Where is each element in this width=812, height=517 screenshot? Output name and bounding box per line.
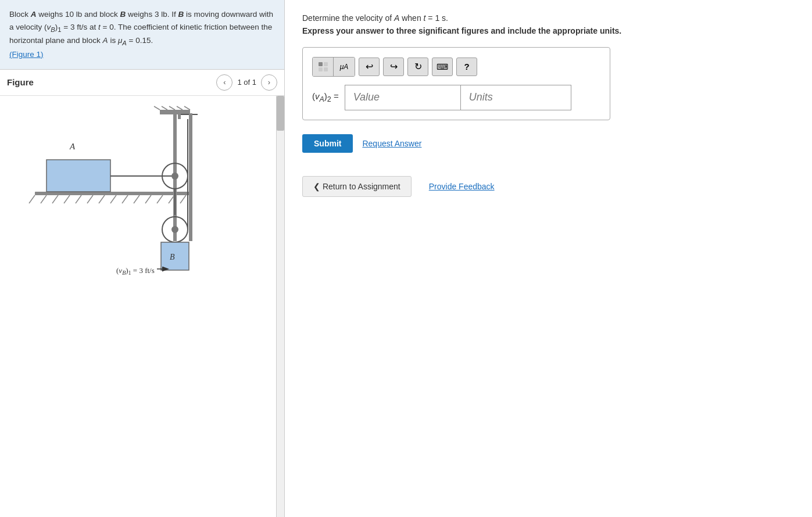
request-answer-button[interactable]: Request Answer [362,139,421,148]
figure-page-indicator: 1 of 1 [237,78,256,87]
svg-line-4 [64,195,70,203]
figure-title: Figure [7,77,212,87]
keyboard-button[interactable]: ⌨ [432,58,453,76]
answer-box: μA ↩ ↪ ↻ ⌨ ? (vA)2 = [302,47,610,120]
figure-canvas: A [0,96,284,517]
svg-rect-15 [46,160,110,192]
svg-line-10 [134,195,139,203]
question-line2: Express your answer to three significant… [302,24,795,37]
problem-text-box: Block A weighs 10 lb and block B weighs … [0,0,284,70]
svg-rect-40 [324,62,328,66]
svg-rect-39 [319,62,323,66]
svg-line-1 [29,195,35,203]
svg-rect-32 [178,110,181,119]
figure-next-button[interactable]: › [261,74,277,91]
figure-link[interactable]: (Figure 1) [9,50,44,59]
svg-line-21 [162,106,167,110]
right-panel: Determine the velocity of A when t = 1 s… [285,0,812,517]
figure-section: Figure ‹ 1 of 1 › [0,70,284,517]
svg-line-12 [157,195,163,203]
help-button[interactable]: ? [456,58,477,76]
svg-rect-19 [160,110,190,114]
answer-input-row: (vA)2 = [312,85,600,110]
svg-line-22 [169,106,175,110]
svg-line-5 [76,195,81,203]
matrix-icon [318,62,328,72]
svg-rect-42 [324,67,328,71]
value-input[interactable] [345,85,461,110]
format-button-group: μA [312,57,355,77]
svg-rect-33 [161,242,189,270]
svg-point-29 [171,226,178,233]
problem-text: Block A weighs 10 lb and block B weighs … [9,10,273,45]
undo-button[interactable]: ↩ [359,58,380,76]
matrix-button[interactable] [313,58,334,76]
svg-line-20 [154,106,160,110]
svg-rect-34 [189,113,192,241]
left-panel: Block A weighs 10 lb and block B weighs … [0,0,285,517]
svg-line-2 [41,195,46,203]
question-line1: Determine the velocity of A when t = 1 s… [302,12,795,24]
redo-button[interactable]: ↪ [383,58,404,76]
answer-toolbar: μA ↩ ↪ ↻ ⌨ ? [312,57,600,77]
action-row: Submit Request Answer [302,134,795,153]
refresh-button[interactable]: ↻ [407,58,428,76]
figure-scrollbar-thumb[interactable] [277,96,284,131]
svg-line-9 [122,195,128,203]
svg-point-26 [171,173,178,179]
svg-text:B: B [170,253,175,261]
submit-button[interactable]: Submit [302,134,353,153]
svg-rect-35 [189,235,192,241]
svg-line-6 [87,195,93,203]
svg-line-14 [180,195,186,203]
figure-svg: A [17,102,267,282]
svg-line-3 [52,195,58,203]
svg-line-11 [145,195,151,203]
svg-text:A: A [69,142,76,151]
svg-rect-0 [35,192,192,195]
question-text: Determine the velocity of A when t = 1 s… [302,12,795,38]
svg-line-23 [177,106,183,110]
units-input[interactable] [461,85,571,110]
figure-prev-button[interactable]: ‹ [216,74,232,91]
figure-header: Figure ‹ 1 of 1 › [0,70,284,96]
figure-scrollbar[interactable] [276,96,284,517]
svg-text:(vB)1 = 3 ft/s: (vB)1 = 3 ft/s [116,266,155,276]
provide-feedback-button[interactable]: Provide Feedback [429,182,495,191]
input-label: (vA)2 = [312,91,339,103]
greek-button[interactable]: μA [334,58,355,76]
svg-line-7 [99,195,105,203]
return-to-assignment-button[interactable]: ❮ Return to Assignment [302,176,412,197]
svg-line-24 [184,106,190,110]
svg-line-8 [110,195,116,203]
svg-rect-41 [319,67,323,71]
bottom-row: ❮ Return to Assignment Provide Feedback [302,176,795,197]
